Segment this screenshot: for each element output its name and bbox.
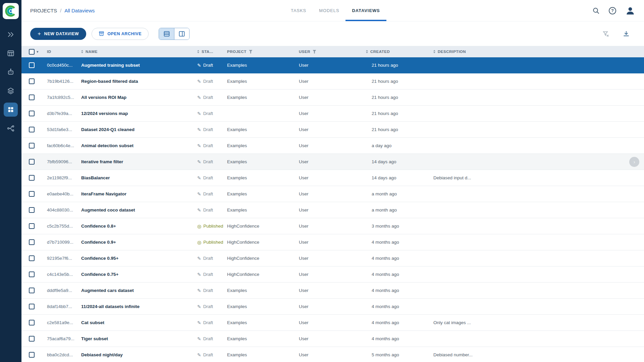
split-view-toggle[interactable] xyxy=(174,28,189,40)
table-row[interactable]: c5c2b755d... Confidence 0.8+ ◎ Published… xyxy=(21,218,644,234)
tab-dataviews[interactable]: DATAVIEWS xyxy=(345,0,386,21)
user-avatar[interactable] xyxy=(625,6,635,16)
sidebar-item-dataviews[interactable] xyxy=(0,100,21,119)
row-user: User xyxy=(299,191,366,196)
row-name[interactable]: Animal detection subset xyxy=(81,143,133,148)
column-header-status[interactable]: STA... xyxy=(197,50,227,54)
row-name[interactable]: Confidence 0.8+ xyxy=(81,224,116,229)
table-row[interactable]: c2e581a9e... Cat subset ✎ Draft Examples… xyxy=(21,315,644,331)
row-checkbox[interactable] xyxy=(29,62,35,68)
row-checkbox[interactable] xyxy=(29,95,35,100)
row-name[interactable]: BiasBalancer xyxy=(81,175,110,180)
sort-icon[interactable] xyxy=(366,50,368,53)
column-header-description[interactable]: DESCRIPTION xyxy=(433,50,644,54)
sidebar-item-projects[interactable] xyxy=(0,44,21,63)
new-dataview-button[interactable]: + NEW DATAVIEW xyxy=(30,28,86,40)
sidebar-item-datasets[interactable] xyxy=(0,81,21,100)
row-name[interactable]: All versions ROI Map xyxy=(81,95,126,100)
column-header-id[interactable]: ID xyxy=(47,50,81,54)
row-checkbox[interactable] xyxy=(29,78,35,84)
row-info-button[interactable]: › xyxy=(629,157,639,167)
clearml-logo[interactable] xyxy=(3,3,19,19)
filter-icon[interactable] xyxy=(313,50,316,54)
row-name[interactable]: Region-based filtered data xyxy=(81,79,138,84)
row-checkbox[interactable] xyxy=(29,159,35,165)
row-created: 4 months ago xyxy=(366,256,433,261)
row-name[interactable]: Augmented coco dataset xyxy=(81,207,135,213)
row-project: HighConfidence xyxy=(227,272,299,277)
sidebar-item-pipelines[interactable] xyxy=(0,119,21,138)
row-name[interactable]: 12/2024 versions map xyxy=(81,111,128,116)
table-row[interactable]: 404c88030... Augmented coco dataset ✎ Dr… xyxy=(21,202,644,218)
row-name[interactable]: Tiger subset xyxy=(81,336,108,341)
sidebar-item-getting-started[interactable] xyxy=(0,25,21,44)
table-row[interactable]: 7b19b4126... Region-based filtered data … xyxy=(21,73,644,89)
row-checkbox[interactable] xyxy=(29,143,35,148)
tab-models[interactable]: MODELS xyxy=(313,0,345,21)
row-name[interactable]: IteraFrame Navigator xyxy=(81,191,126,196)
table-view-toggle[interactable] xyxy=(159,28,174,40)
table-row[interactable]: c4c143e5b... Confidence 0.75+ ✎ Draft Hi… xyxy=(21,266,644,283)
select-all-checkbox[interactable] xyxy=(29,49,35,55)
table-row[interactable]: 75acaf6a79... Tiger subset ✎ Draft Examp… xyxy=(21,331,644,347)
table-row[interactable]: e0aebe40b... IteraFrame Navigator ✎ Draf… xyxy=(21,186,644,202)
filter-icon[interactable] xyxy=(249,50,253,54)
row-checkbox[interactable] xyxy=(29,223,35,229)
column-header-user[interactable]: USER xyxy=(299,50,366,54)
table-row[interactable]: bba0c2dcd... Debiased night/day ✎ Draft … xyxy=(21,347,644,362)
row-name[interactable]: Dataset 2024-Q1 cleaned xyxy=(81,127,135,132)
row-name[interactable]: Confidence 0.9+ xyxy=(81,240,116,245)
row-checkbox[interactable] xyxy=(29,288,35,293)
table-row[interactable]: 7a1fc892c5... All versions ROI Map ✎ Dra… xyxy=(21,89,644,106)
row-checkbox[interactable] xyxy=(29,175,35,181)
row-checkbox[interactable] xyxy=(29,304,35,309)
breadcrumb-projects[interactable]: PROJECTS xyxy=(30,8,57,13)
row-id: 7b19b4126... xyxy=(47,79,73,84)
table-row[interactable]: 0c0cd450c... Augmented training subset ✎… xyxy=(21,57,644,73)
table-row[interactable]: 2e11982f9... BiasBalancer ✎ Draft Exampl… xyxy=(21,170,644,186)
table-row[interactable]: fac60b6c4e... Animal detection subset ✎ … xyxy=(21,138,644,154)
help-icon[interactable]: ? xyxy=(609,7,616,14)
column-header-created[interactable]: CREATED xyxy=(366,50,433,54)
table-row[interactable]: d3b7fe39a... 12/2024 versions map ✎ Draf… xyxy=(21,106,644,122)
row-name[interactable]: Confidence 0.95+ xyxy=(81,256,118,261)
column-header-project[interactable]: PROJECT xyxy=(227,50,299,54)
row-checkbox[interactable] xyxy=(29,320,35,325)
row-checkbox[interactable] xyxy=(29,127,35,132)
table-row[interactable]: 53d1fa6e3... Dataset 2024-Q1 cleaned ✎ D… xyxy=(21,122,644,138)
clear-filters-icon[interactable] xyxy=(602,31,609,37)
column-header-name[interactable]: NAME xyxy=(81,50,197,54)
row-checkbox[interactable] xyxy=(29,255,35,261)
row-checkbox[interactable] xyxy=(29,207,35,213)
row-created: 21 hours ago xyxy=(366,79,433,84)
sort-icon[interactable] xyxy=(197,50,199,53)
row-checkbox[interactable] xyxy=(29,336,35,342)
open-archive-button[interactable]: OPEN ARCHIVE xyxy=(92,28,149,40)
sort-icon[interactable] xyxy=(81,50,83,53)
table-row[interactable]: 8daf14bb7... 11/2024-all datasets infini… xyxy=(21,299,644,315)
row-name[interactable]: 11/2024-all datasets infinite xyxy=(81,304,140,309)
row-name[interactable]: Augmented cars dataset xyxy=(81,288,134,293)
row-name[interactable]: Debiased night/day xyxy=(81,352,123,357)
clearml-logo-icon xyxy=(4,4,17,18)
sort-icon[interactable] xyxy=(433,50,435,53)
row-checkbox[interactable] xyxy=(29,239,35,245)
select-all-caret-icon[interactable]: ▾ xyxy=(37,50,39,54)
row-name[interactable]: Iterative frame filter xyxy=(81,159,123,164)
row-checkbox[interactable] xyxy=(29,352,35,358)
sidebar-item-workers[interactable] xyxy=(0,63,21,81)
row-checkbox[interactable] xyxy=(29,111,35,116)
row-checkbox[interactable] xyxy=(29,191,35,197)
table-row[interactable]: dddf9e5a9... Augmented cars dataset ✎ Dr… xyxy=(21,283,644,299)
row-name[interactable]: Cat subset xyxy=(81,320,104,325)
row-name[interactable]: Confidence 0.75+ xyxy=(81,272,118,277)
table-row[interactable]: d7b710099... Confidence 0.9+ ◎ Published… xyxy=(21,234,644,250)
row-checkbox[interactable] xyxy=(29,272,35,277)
tab-tasks[interactable]: TASKS xyxy=(284,0,313,21)
table-row[interactable]: 7bfb59096... Iterative frame filter ✎ Dr… xyxy=(21,154,644,170)
breadcrumb-current[interactable]: All Dataviews xyxy=(64,8,95,13)
download-icon[interactable] xyxy=(623,30,630,38)
row-name[interactable]: Augmented training subset xyxy=(81,63,140,68)
search-icon[interactable] xyxy=(592,7,600,14)
table-row[interactable]: 92195e7f6... Confidence 0.95+ ✎ Draft Hi… xyxy=(21,250,644,266)
